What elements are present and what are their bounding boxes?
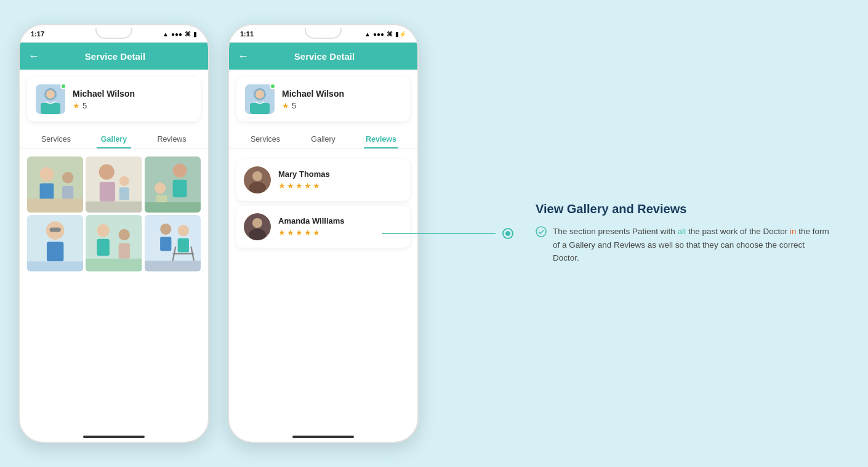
review-card-1: Mary Thomas ★ ★ ★ ★ ★ [236, 159, 410, 201]
annotation-dot [504, 229, 512, 238]
gallery-img-4[interactable] [27, 215, 83, 271]
rstar-1-3: ★ [295, 181, 303, 190]
svg-point-47 [252, 171, 262, 181]
gallery-img-5[interactable] [86, 215, 142, 271]
svg-rect-18 [172, 180, 187, 198]
svg-rect-37 [177, 238, 188, 253]
reviewer-name-2: Amanda Williams [278, 216, 345, 225]
location-icon: ▲ [163, 31, 169, 38]
annotation-content: View Gallery and Reviews The section pre… [536, 202, 831, 265]
svg-point-30 [119, 229, 130, 240]
time-left: 1:17 [31, 30, 44, 38]
back-button-right[interactable]: ← [238, 50, 249, 63]
status-icons-left: ▲ ●●● ⌘ ▮ [163, 31, 197, 38]
svg-point-11 [99, 164, 115, 180]
highlight-all: all [678, 227, 686, 236]
annotation-body: The section presents Patient with all th… [536, 225, 831, 265]
reviewer-stars-2: ★ ★ ★ ★ ★ [278, 228, 345, 237]
header-title-right: Service Detail [255, 51, 394, 62]
tab-reviews-left[interactable]: Reviews [143, 129, 201, 148]
doctor-info-left: Michael Wilson ★ 5 [73, 89, 135, 110]
doctor-name-right: Michael Wilson [282, 89, 344, 99]
svg-rect-31 [119, 243, 130, 259]
tab-reviews-right[interactable]: Reviews [352, 129, 410, 148]
svg-point-17 [172, 163, 187, 177]
svg-rect-2 [41, 103, 60, 114]
annotation-title: View Gallery and Reviews [536, 202, 831, 216]
star-icon-left: ★ [73, 101, 80, 110]
gallery-img-1[interactable] [27, 156, 83, 213]
doctor-card-right: Michael Wilson ★ 5 [236, 77, 410, 121]
status-bar-right: 1:11 ▲ ●●● ⌘ ▮⚡ [229, 25, 417, 43]
gallery-img-3[interactable] [145, 156, 201, 213]
back-button-left[interactable]: ← [28, 50, 39, 63]
rstar-2-3: ★ [295, 228, 303, 237]
app-header-left: ← Service Detail [20, 43, 208, 70]
svg-rect-41 [145, 261, 201, 272]
doctor-avatar-left [36, 84, 65, 114]
home-indicator-left [83, 436, 145, 438]
wifi-icon-r: ⌘ [387, 31, 393, 38]
reviewer-stars-1: ★ ★ ★ ★ ★ [278, 181, 330, 190]
svg-rect-8 [62, 186, 73, 200]
svg-point-45 [255, 90, 264, 99]
doctor-card-left: Michael Wilson ★ 5 [27, 77, 201, 121]
main-container: 1:17 ▲ ●●● ⌘ ▮ ← Service Detail [18, 24, 850, 443]
phone-left: 1:17 ▲ ●●● ⌘ ▮ ← Service Detail [18, 24, 209, 443]
svg-rect-12 [100, 182, 115, 201]
svg-point-34 [160, 224, 171, 235]
status-bar-left: 1:17 ▲ ●●● ⌘ ▮ [20, 25, 208, 43]
tab-services-right[interactable]: Services [236, 129, 294, 148]
signal-icon: ●●● [171, 31, 182, 38]
rstar-1-4: ★ [304, 181, 311, 190]
annotation-section: View Gallery and Reviews The section pre… [462, 190, 850, 277]
review-list: Mary Thomas ★ ★ ★ ★ ★ [229, 154, 417, 253]
svg-rect-44 [250, 103, 270, 114]
online-indicator-right [270, 83, 276, 89]
svg-rect-26 [27, 262, 83, 272]
svg-point-5 [40, 167, 54, 181]
rating-value-left: 5 [82, 101, 87, 110]
header-title-left: Service Detail [46, 51, 185, 62]
signal-icon-r: ●●● [373, 31, 384, 38]
svg-point-3 [46, 90, 55, 99]
rstar-2-2: ★ [287, 228, 294, 237]
review-card-2: Amanda Williams ★ ★ ★ ★ ★ [236, 206, 410, 248]
svg-point-7 [62, 172, 73, 183]
check-icon [536, 226, 547, 240]
svg-point-13 [119, 176, 129, 186]
svg-point-28 [97, 224, 110, 237]
gallery-img-6[interactable] [145, 215, 201, 271]
reviewer-info-2: Amanda Williams ★ ★ ★ ★ ★ [278, 216, 345, 237]
doctor-rating-right: ★ 5 [282, 101, 344, 110]
tabs-left: Services Gallery Reviews [20, 129, 208, 149]
location-icon-r: ▲ [364, 31, 371, 38]
rstar-1-2: ★ [287, 181, 294, 190]
annotation-text: The section presents Patient with all th… [553, 225, 831, 265]
svg-rect-15 [86, 201, 142, 213]
svg-rect-14 [119, 187, 129, 200]
notch-left [95, 28, 132, 39]
tab-gallery-left[interactable]: Gallery [85, 129, 143, 148]
rating-value-right: 5 [292, 101, 296, 110]
svg-point-36 [177, 225, 188, 236]
svg-rect-32 [86, 259, 142, 272]
battery-icon-r: ▮⚡ [395, 31, 406, 38]
gallery-img-2[interactable] [86, 156, 142, 213]
svg-rect-9 [27, 198, 83, 213]
gallery-grid [20, 154, 208, 274]
battery-icon: ▮ [193, 31, 197, 38]
reviewer-name-1: Mary Thomas [278, 169, 330, 179]
svg-rect-24 [47, 242, 63, 262]
svg-rect-21 [145, 202, 201, 213]
svg-rect-25 [50, 228, 61, 232]
reviewer-avatar-2 [244, 213, 271, 240]
rstar-1-1: ★ [278, 181, 286, 190]
tabs-right: Services Gallery Reviews [229, 129, 417, 149]
tab-services-left[interactable]: Services [27, 129, 85, 148]
svg-rect-29 [97, 239, 110, 256]
tab-gallery-right[interactable]: Gallery [294, 129, 352, 148]
home-indicator-right [292, 436, 354, 438]
doctor-rating-left: ★ 5 [73, 101, 135, 110]
rstar-2-1: ★ [278, 228, 286, 237]
